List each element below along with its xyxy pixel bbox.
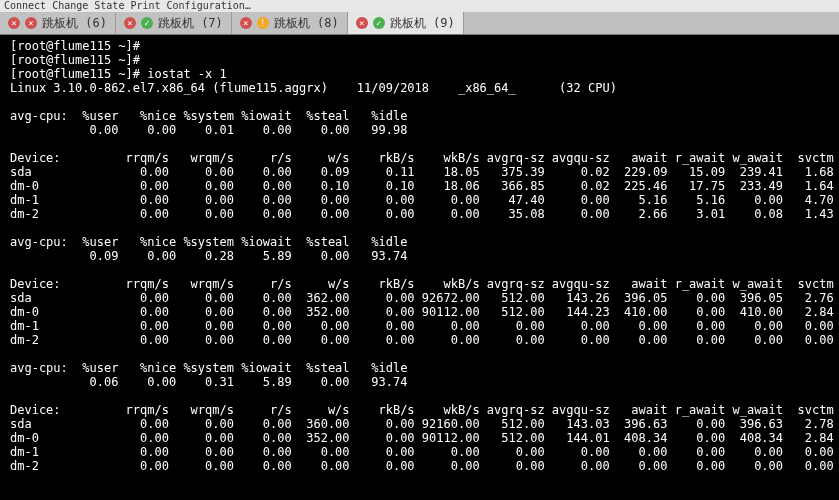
terminal-output[interactable]: [root@flume115 ~]# [root@flume115 ~]# [r… [0, 35, 839, 500]
close-icon: × [25, 17, 37, 29]
menubar: Connect Change State Print Configuration… [0, 0, 839, 12]
tab-1[interactable]: ×✓跳板机 (7) [116, 12, 232, 34]
tab-label: 跳板机 (8) [274, 15, 339, 32]
close-icon[interactable]: × [124, 17, 136, 29]
tab-0[interactable]: ××跳板机 (6) [0, 12, 116, 34]
close-icon[interactable]: × [356, 17, 368, 29]
tab-label: 跳板机 (7) [158, 15, 223, 32]
ok-icon: ✓ [373, 17, 385, 29]
close-icon[interactable]: × [8, 17, 20, 29]
tab-3[interactable]: ×✓跳板机 (9) [348, 12, 464, 34]
tab-2[interactable]: ×!跳板机 (8) [232, 12, 348, 34]
tabbar: ××跳板机 (6)×✓跳板机 (7)×!跳板机 (8)×✓跳板机 (9) [0, 12, 839, 35]
warn-icon: ! [257, 17, 269, 29]
ok-icon: ✓ [141, 17, 153, 29]
tab-label: 跳板机 (6) [42, 15, 107, 32]
tab-label: 跳板机 (9) [390, 15, 455, 32]
close-icon[interactable]: × [240, 17, 252, 29]
